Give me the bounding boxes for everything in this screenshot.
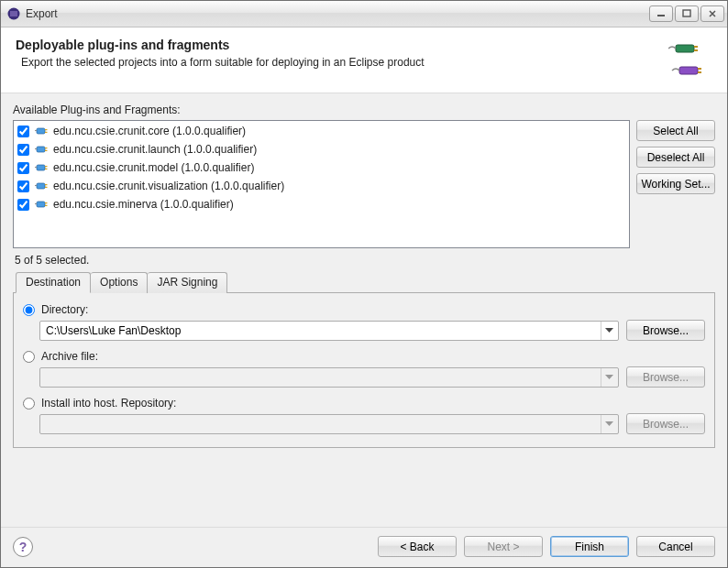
install-browse-button: Browse... (626, 413, 705, 434)
svg-rect-15 (37, 165, 45, 170)
export-wizard-window: Export Deployable plug-ins and fragments… (0, 0, 728, 568)
chevron-down-icon[interactable] (601, 322, 616, 340)
archive-label: Archive file: (41, 350, 98, 363)
svg-rect-10 (45, 129, 48, 130)
svg-rect-12 (37, 147, 45, 152)
tab-destination[interactable]: Destination (16, 272, 91, 293)
list-item[interactable]: edu.ncu.csie.minerva (1.0.0.qualifier) (15, 195, 628, 213)
plugin-checkbox[interactable] (17, 180, 29, 192)
back-button[interactable]: < Back (378, 536, 457, 557)
svg-rect-4 (694, 46, 698, 48)
svg-rect-11 (45, 132, 48, 133)
svg-rect-18 (37, 183, 45, 189)
svg-rect-6 (679, 67, 698, 74)
plugin-checkbox[interactable] (17, 199, 29, 211)
svg-rect-21 (37, 202, 45, 207)
archive-radio[interactable] (23, 351, 35, 363)
plugin-checkbox[interactable] (17, 144, 29, 156)
deselect-all-button[interactable]: Deselect All (636, 147, 715, 168)
directory-label: Directory: (41, 303, 88, 316)
next-button: Next > (464, 536, 543, 557)
svg-rect-19 (45, 184, 48, 185)
plugin-name-label: edu.ncu.csie.minerva (1.0.0.qualifier) (53, 198, 234, 211)
plugin-name-label: edu.ncu.csie.crunit.model (1.0.0.qualifi… (53, 161, 254, 174)
svg-rect-3 (676, 45, 694, 52)
minimize-button[interactable] (649, 5, 673, 22)
working-set-button[interactable]: Working Set... (636, 173, 715, 194)
tab-folder: Destination Options JAR Signing Director… (13, 271, 715, 521)
list-item[interactable]: edu.ncu.csie.crunit.core (1.0.0.qualifie… (15, 122, 628, 140)
svg-rect-1 (657, 15, 665, 16)
plugins-listbox[interactable]: edu.ncu.csie.crunit.core (1.0.0.qualifie… (13, 120, 630, 248)
selected-count-label: 5 of 5 selected. (15, 254, 713, 267)
plugin-icon (35, 179, 50, 193)
plugin-name-label: edu.ncu.csie.crunit.core (1.0.0.qualifie… (53, 125, 246, 137)
svg-rect-17 (45, 169, 48, 169)
svg-rect-14 (45, 150, 48, 151)
plugin-icon (35, 124, 50, 138)
list-item[interactable]: edu.ncu.csie.crunit.visualization (1.0.0… (15, 177, 628, 195)
chevron-down-icon (601, 415, 616, 433)
available-label: Available Plug-ins and Fragments: (13, 104, 715, 116)
svg-rect-13 (45, 147, 48, 148)
chevron-down-icon (601, 368, 616, 387)
finish-button[interactable]: Finish (550, 536, 629, 557)
maximize-button[interactable] (675, 5, 699, 22)
window-controls (649, 5, 724, 22)
directory-value: C:\Users\Luke Fan\Desktop (46, 324, 601, 337)
directory-combo[interactable]: C:\Users\Luke Fan\Desktop (39, 321, 619, 341)
plugin-banner-icon (657, 38, 712, 82)
list-item[interactable]: edu.ncu.csie.crunit.model (1.0.0.qualifi… (15, 158, 628, 177)
select-all-button[interactable]: Select All (636, 120, 715, 141)
archive-combo (39, 367, 619, 388)
install-combo (39, 414, 619, 434)
svg-rect-16 (45, 166, 48, 167)
plugin-checkbox[interactable] (17, 126, 29, 137)
svg-rect-7 (698, 68, 701, 70)
tab-strip: Destination Options JAR Signing (13, 271, 715, 293)
svg-rect-2 (683, 10, 690, 16)
titlebar: Export (1, 1, 727, 27)
list-item[interactable]: edu.ncu.csie.crunit.launch (1.0.0.qualif… (15, 140, 628, 158)
svg-rect-23 (45, 205, 48, 206)
directory-browse-button[interactable]: Browse... (626, 320, 705, 341)
wizard-content: Available Plug-ins and Fragments: edu.nc… (1, 93, 727, 527)
plugin-icon (35, 160, 50, 175)
tab-options[interactable]: Options (91, 272, 148, 293)
directory-radio[interactable] (23, 304, 35, 316)
plugin-icon (35, 197, 50, 212)
svg-rect-22 (45, 202, 48, 203)
button-bar: ? < Back Next > Finish Cancel (1, 527, 727, 567)
wizard-header: Deployable plug-ins and fragments Export… (1, 27, 727, 93)
plugin-checkbox[interactable] (17, 162, 29, 174)
archive-browse-button: Browse... (626, 366, 705, 388)
eclipse-app-icon (6, 6, 21, 21)
plugin-name-label: edu.ncu.csie.crunit.launch (1.0.0.qualif… (53, 143, 257, 156)
plugin-icon (35, 142, 50, 157)
close-button[interactable] (700, 5, 724, 22)
wizard-description: Export the selected projects into a form… (16, 56, 657, 69)
tab-body-destination: Directory: C:\Users\Luke Fan\Desktop Bro… (13, 293, 715, 448)
window-title: Export (26, 7, 649, 20)
tab-jar-signing[interactable]: JAR Signing (148, 272, 227, 293)
svg-rect-9 (37, 128, 45, 134)
svg-rect-8 (698, 71, 701, 73)
svg-rect-20 (45, 187, 48, 188)
plugin-name-label: edu.ncu.csie.crunit.visualization (1.0.0… (53, 180, 284, 192)
cancel-button[interactable]: Cancel (636, 536, 715, 557)
svg-rect-5 (694, 49, 698, 51)
install-label: Install into host. Repository: (41, 397, 176, 410)
help-icon[interactable]: ? (13, 537, 33, 557)
install-radio[interactable] (23, 398, 35, 410)
wizard-title: Deployable plug-ins and fragments (16, 38, 657, 52)
